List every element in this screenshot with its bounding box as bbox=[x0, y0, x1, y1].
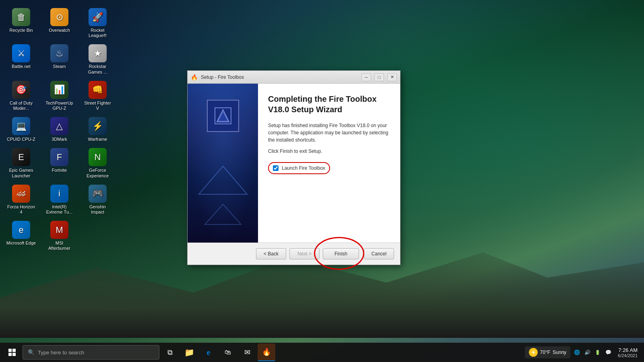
rockstar-icon: ★ bbox=[89, 44, 107, 62]
msi-icon: M bbox=[50, 221, 68, 239]
desktop-icon-genshin[interactable]: 🎮 Genshin Impact bbox=[80, 183, 115, 217]
store-button[interactable]: 🛍 bbox=[219, 343, 237, 361]
3dmark-icon: △ bbox=[50, 117, 68, 135]
desktop-icon-recycle-bin[interactable]: 🗑 Recycle Bin bbox=[4, 6, 38, 40]
edge-taskbar-button[interactable]: e bbox=[200, 343, 217, 361]
weather-temperature: 70°F bbox=[540, 350, 550, 355]
techpowerup-label: TechPowerUp GPU-Z bbox=[44, 101, 74, 111]
fortnite-label: Fortnite bbox=[52, 168, 67, 173]
finish-button[interactable]: Finish bbox=[323, 248, 359, 259]
steam-label: Steam bbox=[53, 64, 66, 69]
desktop-icon-rocket-league[interactable]: 🚀 Rocket League® bbox=[80, 6, 115, 40]
cpuid-label: CPUID CPU-Z bbox=[7, 137, 35, 142]
dialog-instruction: Click Finish to exit Setup. bbox=[268, 148, 390, 154]
desktop-icon-overwatch[interactable]: ⊙ Overwatch bbox=[42, 6, 76, 40]
desktop-icons-container: 🗑 Recycle Bin ⊙ Overwatch 🚀 Rocket Leagu… bbox=[2, 4, 119, 255]
geforce-icon: N bbox=[89, 148, 107, 166]
dialog-main-content: Completing the Fire Toolbox V18.0 Setup … bbox=[258, 84, 400, 243]
task-view-button[interactable]: ⧉ bbox=[161, 343, 179, 361]
taskbar-right-area: ☀ 70°F Sunny 🌐 🔊 🔋 💬 bbox=[525, 346, 641, 358]
search-placeholder-text: Type here to search bbox=[38, 350, 84, 356]
msi-label: MSI Afterburner bbox=[44, 241, 74, 251]
dialog-description: Setup has finished installing Fire Toolb… bbox=[268, 122, 390, 144]
dialog-heading: Completing the Fire Toolbox V18.0 Setup … bbox=[268, 94, 390, 115]
overwatch-label: Overwatch bbox=[49, 28, 70, 33]
desktop-icon-forza[interactable]: 🏎 Forza Horizon 4 bbox=[4, 183, 38, 217]
launch-label[interactable]: Launch Fire Toolbox bbox=[282, 165, 325, 171]
clock-widget[interactable]: 7:26 AM 6/24/2021 bbox=[615, 347, 641, 358]
weather-widget[interactable]: ☀ 70°F Sunny bbox=[525, 346, 571, 358]
battlenet-icon: ⚔ bbox=[12, 44, 30, 62]
rocket-league-label: Rocket League® bbox=[83, 28, 113, 38]
edge-taskbar-icon: e bbox=[207, 348, 211, 357]
taskbar: 🔍 Type here to search ⧉ 📁 e 🛍 ✉ 🔥 bbox=[0, 343, 644, 362]
cpuid-icon: 💻 bbox=[12, 117, 30, 135]
volume-icon[interactable]: 🔊 bbox=[582, 348, 592, 357]
start-button[interactable] bbox=[3, 343, 21, 361]
store-icon: 🛍 bbox=[225, 349, 231, 356]
fortnite-icon: F bbox=[50, 148, 68, 166]
desktop-icon-steam[interactable]: ♨ Steam bbox=[42, 42, 76, 76]
forza-icon: 🏎 bbox=[12, 185, 30, 203]
fire-toolbox-taskbar-button[interactable]: 🔥 bbox=[258, 343, 275, 361]
cod-label: Call of Duty Moder... bbox=[6, 101, 36, 111]
warframe-icon: ⚡ bbox=[89, 117, 107, 135]
streetfighter-label: Street Fighter V bbox=[83, 101, 113, 111]
genshin-label: Genshin Impact bbox=[83, 204, 113, 215]
techpowerup-icon: 📊 bbox=[50, 81, 68, 99]
desktop-icon-warframe[interactable]: ⚡ Warframe bbox=[80, 115, 115, 144]
dialog-minimize-button[interactable]: ─ bbox=[361, 73, 371, 81]
next-button[interactable]: Next > bbox=[289, 248, 320, 259]
desktop-icon-cod[interactable]: 🎯 Call of Duty Moder... bbox=[4, 79, 38, 113]
search-bar[interactable]: 🔍 Type here to search bbox=[23, 345, 159, 360]
launch-checkbox[interactable] bbox=[273, 165, 279, 171]
fire-toolbox-taskbar-icon: 🔥 bbox=[262, 348, 271, 356]
desktop-icon-msi[interactable]: M MSI Afterburner bbox=[42, 219, 76, 253]
desktop-icon-fortnite[interactable]: F Fortnite bbox=[42, 146, 76, 180]
dialog-restore-button[interactable]: □ bbox=[374, 73, 384, 81]
desktop-icon-streetfighter[interactable]: 👊 Street Fighter V bbox=[80, 79, 115, 113]
battery-icon[interactable]: 🔋 bbox=[593, 348, 603, 357]
forza-label: Forza Horizon 4 bbox=[6, 204, 36, 215]
search-icon: 🔍 bbox=[28, 349, 35, 356]
dialog-sidebar bbox=[188, 84, 258, 243]
svg-marker-4 bbox=[205, 204, 241, 224]
weather-condition: Sunny bbox=[553, 350, 566, 355]
notification-button[interactable]: 💬 bbox=[603, 348, 613, 357]
rockstar-label: Rockstar Games ... bbox=[83, 64, 113, 74]
dialog-footer: < Back Next > Finish Cancel bbox=[188, 243, 400, 265]
mail-button[interactable]: ✉ bbox=[238, 343, 256, 361]
overwatch-icon: ⊙ bbox=[50, 8, 68, 26]
setup-dialog: 🔥 Setup - Fire Toolbox ─ □ ✕ bbox=[187, 70, 400, 265]
file-explorer-button[interactable]: 📁 bbox=[180, 343, 198, 361]
desktop-icon-intel[interactable]: i Intel(R) Extreme Tu... bbox=[42, 183, 76, 217]
battlenet-label: Battle.net bbox=[12, 64, 30, 69]
geforce-label: GeForce Experience bbox=[83, 168, 113, 178]
sidebar-logo-image bbox=[207, 100, 239, 132]
desktop-icon-rockstar[interactable]: ★ Rockstar Games ... bbox=[80, 42, 115, 76]
epic-games-label: Epic Games Launcher bbox=[6, 168, 36, 178]
desktop-icon-geforce[interactable]: N GeForce Experience bbox=[80, 146, 115, 180]
intel-label: Intel(R) Extreme Tu... bbox=[44, 204, 74, 215]
dialog-close-button[interactable]: ✕ bbox=[387, 73, 397, 81]
edge-icon: e bbox=[12, 221, 30, 239]
desktop-icon-epic-games[interactable]: E Epic Games Launcher bbox=[4, 146, 38, 180]
clock-date: 6/24/2021 bbox=[618, 353, 638, 358]
warframe-label: Warframe bbox=[88, 137, 107, 142]
network-icon[interactable]: 🌐 bbox=[572, 348, 582, 357]
desktop-icon-techpowerup[interactable]: 📊 TechPowerUp GPU-Z bbox=[42, 79, 76, 113]
desktop-icon-3dmark[interactable]: △ 3DMark bbox=[42, 115, 76, 144]
system-tray: 🌐 🔊 🔋 💬 bbox=[572, 348, 613, 357]
task-view-icon: ⧉ bbox=[167, 348, 173, 357]
3dmark-label: 3DMark bbox=[52, 137, 67, 142]
rocket-league-icon: 🚀 bbox=[89, 8, 107, 26]
back-button[interactable]: < Back bbox=[256, 248, 286, 259]
streetfighter-icon: 👊 bbox=[89, 81, 107, 99]
sidebar-logo bbox=[207, 100, 239, 132]
intel-icon: i bbox=[50, 185, 68, 203]
edge-label: Microsoft Edge bbox=[6, 241, 36, 246]
desktop-icon-battlenet[interactable]: ⚔ Battle.net bbox=[4, 42, 38, 76]
cancel-button[interactable]: Cancel bbox=[364, 248, 394, 259]
desktop-icon-cpuid[interactable]: 💻 CPUID CPU-Z bbox=[4, 115, 38, 144]
desktop-icon-edge[interactable]: e Microsoft Edge bbox=[4, 219, 38, 253]
